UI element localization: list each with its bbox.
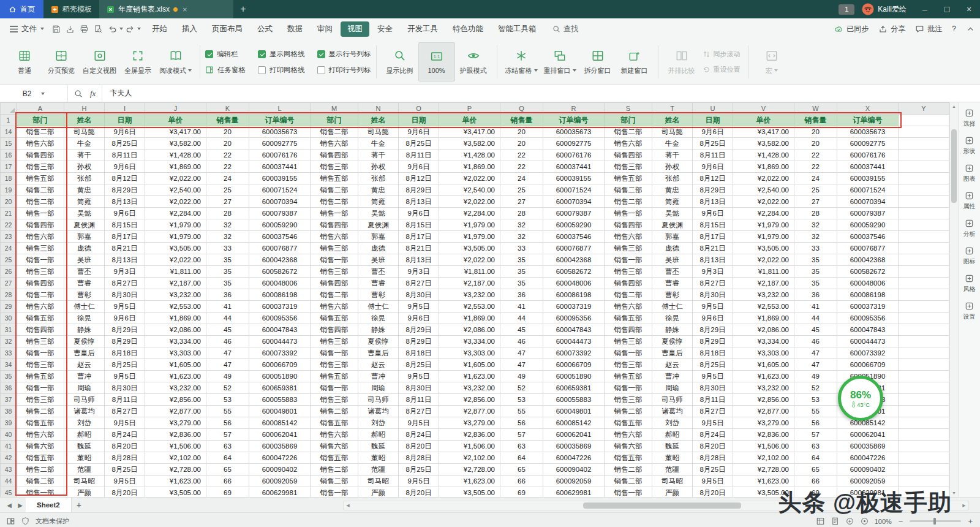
- cell[interactable]: 600086198: [837, 289, 899, 301]
- cell[interactable]: [899, 115, 949, 126]
- cell[interactable]: ¥1,979.00: [733, 231, 794, 243]
- cell[interactable]: ¥1,605.00: [439, 359, 500, 371]
- cell[interactable]: 600629981: [249, 487, 311, 498]
- cell[interactable]: 32: [794, 231, 837, 243]
- cell[interactable]: 司马昭: [358, 476, 399, 487]
- cell[interactable]: ¥1,811.00: [145, 266, 206, 278]
- cell[interactable]: 45: [500, 324, 543, 336]
- cell[interactable]: [899, 371, 949, 382]
- cell[interactable]: ¥1,605.00: [145, 359, 206, 371]
- cell[interactable]: ¥2,187.00: [145, 278, 206, 289]
- cell[interactable]: ¥2,102.00: [145, 452, 206, 464]
- cell[interactable]: 8月20日: [693, 487, 733, 498]
- cell[interactable]: 600095356: [249, 313, 311, 324]
- cell[interactable]: 25: [500, 184, 543, 196]
- cell[interactable]: 600044473: [543, 336, 605, 347]
- cell[interactable]: 傅士仁: [652, 301, 693, 313]
- cell[interactable]: 24: [500, 173, 543, 184]
- cell[interactable]: 销售二部: [17, 196, 64, 208]
- cell[interactable]: 销售二部: [311, 406, 358, 417]
- cell[interactable]: 600048006: [543, 278, 605, 289]
- cell[interactable]: 8月12日: [105, 173, 145, 184]
- cell[interactable]: 27: [500, 196, 543, 208]
- formula-bar-content[interactable]: 卞夫人: [102, 85, 132, 102]
- cell[interactable]: 65: [500, 464, 543, 476]
- cell[interactable]: 22: [794, 161, 837, 173]
- cell[interactable]: ¥2,284.00: [439, 208, 500, 219]
- cell[interactable]: 600039155: [543, 173, 605, 184]
- cell[interactable]: 司马懿: [652, 126, 693, 138]
- row-header-21[interactable]: 21: [1, 208, 17, 219]
- cell[interactable]: ¥3,232.00: [439, 382, 500, 394]
- cell[interactable]: 8月15日: [105, 219, 145, 231]
- cell[interactable]: ¥2,540.00: [733, 184, 794, 196]
- cell[interactable]: 8月27日: [399, 406, 439, 417]
- cell[interactable]: 600079387: [543, 208, 605, 219]
- cell[interactable]: 8月21日: [399, 243, 439, 254]
- cell[interactable]: 9月3日: [105, 266, 145, 278]
- cell[interactable]: 销售一部: [311, 487, 358, 498]
- menu-item-4[interactable]: 数据: [281, 21, 309, 37]
- redo-dropdown-icon[interactable]: [137, 28, 141, 30]
- sheet-nav-next-icon[interactable]: ▶: [15, 502, 26, 509]
- sync-status[interactable]: 已同步: [834, 24, 869, 34]
- cell[interactable]: ¥3,232.00: [733, 289, 794, 301]
- cell[interactable]: [899, 301, 949, 313]
- cell[interactable]: 曹彰: [652, 289, 693, 301]
- print-preview-button[interactable]: [91, 23, 105, 36]
- header-cell[interactable]: 日期: [399, 115, 439, 126]
- cell[interactable]: 66: [500, 476, 543, 487]
- cell[interactable]: 郭嘉: [358, 231, 399, 243]
- cell[interactable]: 600066709: [249, 359, 311, 371]
- column-header-A[interactable]: A: [17, 103, 64, 115]
- cell[interactable]: 600048006: [249, 278, 311, 289]
- cell[interactable]: 49: [206, 371, 249, 382]
- cell[interactable]: 8月17日: [693, 231, 733, 243]
- cell[interactable]: 吴懿: [64, 208, 105, 219]
- row-header-25[interactable]: 25: [1, 254, 17, 266]
- cell[interactable]: 600659381: [249, 382, 311, 394]
- cell[interactable]: 36: [206, 289, 249, 301]
- cell[interactable]: 22: [206, 150, 249, 161]
- cell[interactable]: [899, 208, 949, 219]
- collapse-ribbon-button[interactable]: [966, 25, 975, 34]
- arrange-windows-button[interactable]: 重排窗口: [541, 42, 579, 82]
- cell[interactable]: [899, 219, 949, 231]
- cell[interactable]: 32: [500, 231, 543, 243]
- header-cell[interactable]: 订单编号: [249, 115, 311, 126]
- cell[interactable]: 销售二部: [311, 126, 358, 138]
- cell[interactable]: 8月29日: [399, 336, 439, 347]
- cell[interactable]: ¥3,582.00: [145, 138, 206, 150]
- cell[interactable]: 600071524: [837, 184, 899, 196]
- protection-status[interactable]: 文档未保护: [36, 517, 69, 526]
- cell[interactable]: 64: [794, 452, 837, 464]
- cell[interactable]: 600059290: [249, 219, 311, 231]
- column-header-V[interactable]: V: [733, 103, 794, 115]
- cell[interactable]: 销售二部: [17, 406, 64, 417]
- row-header-15[interactable]: 15: [1, 138, 17, 150]
- cell[interactable]: 45: [206, 324, 249, 336]
- cell[interactable]: 销售六部: [311, 138, 358, 150]
- cell[interactable]: 8月11日: [693, 394, 733, 406]
- cell[interactable]: ¥1,979.00: [439, 231, 500, 243]
- cell[interactable]: 销售六部: [605, 301, 652, 313]
- cell[interactable]: ¥3,417.00: [733, 126, 794, 138]
- cell[interactable]: 600582672: [837, 266, 899, 278]
- cell[interactable]: 53: [794, 394, 837, 406]
- cell[interactable]: 64: [500, 452, 543, 464]
- cell[interactable]: 夏侯惇: [652, 336, 693, 347]
- cell[interactable]: 8月30日: [693, 382, 733, 394]
- cell[interactable]: ¥3,417.00: [439, 126, 500, 138]
- cell[interactable]: 董昭: [652, 452, 693, 464]
- fx-icon[interactable]: fx: [90, 89, 96, 99]
- cell[interactable]: 65: [794, 464, 837, 476]
- cell[interactable]: ¥3,505.00: [145, 243, 206, 254]
- tab-close-icon[interactable]: ×: [183, 5, 187, 14]
- cell[interactable]: ¥3,505.00: [733, 243, 794, 254]
- cell[interactable]: 57: [794, 429, 837, 441]
- cell[interactable]: 夏侯惇: [64, 336, 105, 347]
- cell[interactable]: 8月30日: [399, 382, 439, 394]
- cell[interactable]: ¥2,022.00: [733, 254, 794, 266]
- cell[interactable]: 8月11日: [105, 394, 145, 406]
- cell[interactable]: ¥2,877.00: [145, 406, 206, 417]
